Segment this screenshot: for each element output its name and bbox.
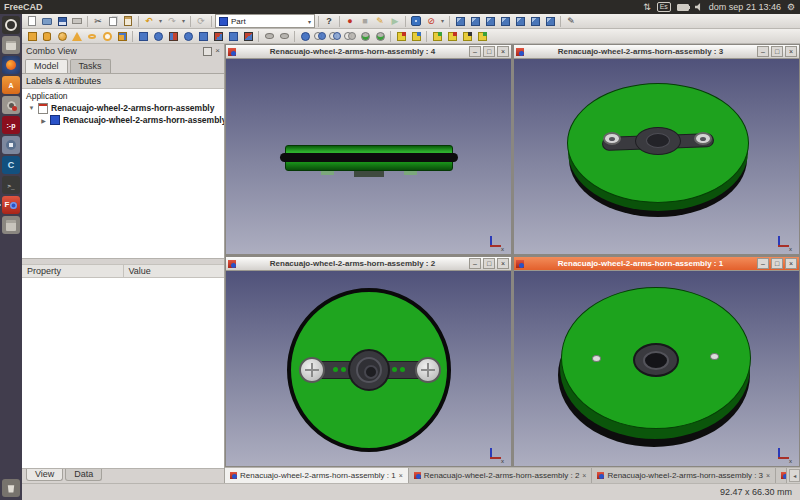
tab-close-icon[interactable]: × [582, 472, 586, 479]
keyboard-layout-indicator[interactable]: Es [657, 2, 671, 12]
open-button[interactable] [40, 15, 54, 28]
part-loft-button[interactable] [226, 30, 240, 43]
part-torus-button[interactable] [85, 30, 99, 43]
window-tab-2[interactable]: Renacuajo-wheel-2-arms-horn-assembly : 2… [409, 468, 593, 483]
restore-button[interactable]: □ [483, 46, 495, 57]
restore-button[interactable]: □ [483, 258, 495, 269]
tree-item-application[interactable]: Application [22, 90, 224, 102]
branch-closed-icon[interactable]: ▶ [40, 117, 47, 124]
network-arrows-icon[interactable]: ⇅ [643, 3, 651, 12]
launcher-item-trash[interactable] [2, 479, 20, 497]
refresh-button[interactable]: ⟳ [194, 15, 208, 28]
clock[interactable]: dom sep 21 13:46 [709, 2, 781, 12]
window-tab-1[interactable]: Renacuajo-wheel-2-arms-horn-assembly : 1… [225, 468, 409, 483]
workbench-selector[interactable]: Part ▾ [215, 14, 315, 28]
part-union-button[interactable] [328, 30, 342, 43]
launcher-item-smiley-app[interactable]: :-p [2, 116, 20, 134]
part-revolve-button[interactable] [151, 30, 165, 43]
measure-clear-all-button[interactable] [445, 30, 459, 43]
tab-close-icon[interactable]: × [399, 472, 403, 479]
restore-button[interactable]: □ [771, 258, 783, 269]
part-extrude-button[interactable] [136, 30, 150, 43]
combo-view-header[interactable]: Combo View × [22, 44, 224, 58]
part-sphere-button[interactable] [55, 30, 69, 43]
view-axonometric-button[interactable] [453, 15, 467, 28]
panel-float-button[interactable] [203, 47, 212, 56]
redo-button[interactable]: ↷ [165, 15, 179, 28]
tab-data[interactable]: Data [65, 469, 102, 481]
value-column-header[interactable]: Value [124, 265, 225, 277]
whats-this-button[interactable]: ? [322, 15, 336, 28]
part-sweep-button[interactable] [241, 30, 255, 43]
part-thickness-button[interactable] [277, 30, 291, 43]
launcher-item-firefox[interactable] [2, 56, 20, 74]
launcher-item-archive[interactable] [2, 216, 20, 234]
part-intersection-button[interactable] [343, 30, 357, 43]
close-button[interactable]: × [497, 46, 509, 57]
view-bottom-button[interactable] [528, 15, 542, 28]
tab-scroll-left-icon[interactable]: ◂ [789, 469, 800, 482]
launcher-item-files[interactable] [2, 36, 20, 54]
property-column-header[interactable]: Property [22, 265, 124, 277]
subwindow-3-titlebar[interactable]: Renacuajo-wheel-2-arms-horn-assembly : 3… [514, 45, 799, 59]
close-button[interactable]: × [497, 258, 509, 269]
print-button[interactable] [70, 15, 84, 28]
panel-close-button[interactable]: × [215, 47, 220, 55]
launcher-item-settings[interactable] [2, 96, 20, 114]
cut-button[interactable]: ✂ [91, 15, 105, 28]
part-cross-sections-button[interactable] [373, 30, 387, 43]
minimize-button[interactable]: – [469, 258, 481, 269]
part-fillet-button[interactable] [181, 30, 195, 43]
macro-edit-button[interactable]: ✎ [373, 15, 387, 28]
new-document-button[interactable] [25, 15, 39, 28]
launcher-item-software-center[interactable]: A [2, 76, 20, 94]
view-left-button[interactable] [543, 15, 557, 28]
part-mirror-button[interactable] [166, 30, 180, 43]
window-tab-3[interactable]: Renacuajo-wheel-2-arms-horn-assembly : 3… [592, 468, 776, 483]
part-chamfer-button[interactable] [196, 30, 210, 43]
view-rear-button[interactable] [513, 15, 527, 28]
subwindow-2-titlebar[interactable]: Renacuajo-wheel-2-arms-horn-assembly : 2… [226, 257, 511, 271]
tab-tasks[interactable]: Tasks [70, 59, 111, 73]
part-primitives-button[interactable] [115, 30, 129, 43]
minimize-button[interactable]: – [757, 46, 769, 57]
macro-record-button[interactable]: ● [343, 15, 357, 28]
close-button[interactable]: × [785, 258, 797, 269]
viewport-front-view[interactable]: x [226, 271, 511, 466]
macro-play-button[interactable]: ▶ [388, 15, 402, 28]
restore-button[interactable]: □ [771, 46, 783, 57]
view-top-button[interactable] [483, 15, 497, 28]
undo-button[interactable]: ↶ [142, 15, 156, 28]
battery-icon[interactable] [677, 4, 689, 11]
viewport-iso-back-view[interactable]: x [514, 271, 799, 466]
view-right-button[interactable] [498, 15, 512, 28]
part-cone-button[interactable] [70, 30, 84, 43]
subwindow-4-titlebar[interactable]: Renacuajo-wheel-2-arms-horn-assembly : 4… [226, 45, 511, 59]
view-front-button[interactable] [468, 15, 482, 28]
subwindow-1-titlebar[interactable]: Renacuajo-wheel-2-arms-horn-assembly : 1… [514, 257, 799, 271]
tab-view[interactable]: View [26, 469, 63, 481]
draw-style-button[interactable]: ⊘ [424, 15, 438, 28]
part-cylinder-button[interactable] [40, 30, 54, 43]
tree-item-document[interactable]: ▼ Renacuajo-wheel-2-arms-horn-assembly [22, 102, 224, 114]
tab-model[interactable]: Model [25, 59, 68, 73]
session-gear-icon[interactable]: ⚙ [787, 3, 795, 12]
redo-dropdown-arrow[interactable]: ▾ [180, 15, 187, 28]
branch-open-icon[interactable]: ▼ [28, 105, 35, 111]
undo-dropdown-arrow[interactable]: ▾ [157, 15, 164, 28]
view-fit-all-button[interactable] [409, 15, 423, 28]
part-box-button[interactable] [25, 30, 39, 43]
part-ruled-surface-button[interactable] [211, 30, 225, 43]
measure-refresh-button[interactable] [430, 30, 444, 43]
copy-button[interactable] [106, 15, 120, 28]
viewport-side-view[interactable]: x [226, 59, 511, 254]
volume-icon[interactable] [695, 3, 703, 11]
part-tube-button[interactable] [100, 30, 114, 43]
macro-stop-button[interactable]: ■ [358, 15, 372, 28]
tree-item-part[interactable]: ▶ Renacuajo-wheel-2-arms-horn-assembly-f… [22, 114, 224, 126]
launcher-item-cura[interactable]: C [2, 156, 20, 174]
draw-style-dropdown-arrow[interactable]: ▾ [439, 15, 446, 28]
property-table-body[interactable] [22, 278, 224, 469]
save-button[interactable] [55, 15, 69, 28]
part-offset-button[interactable] [262, 30, 276, 43]
